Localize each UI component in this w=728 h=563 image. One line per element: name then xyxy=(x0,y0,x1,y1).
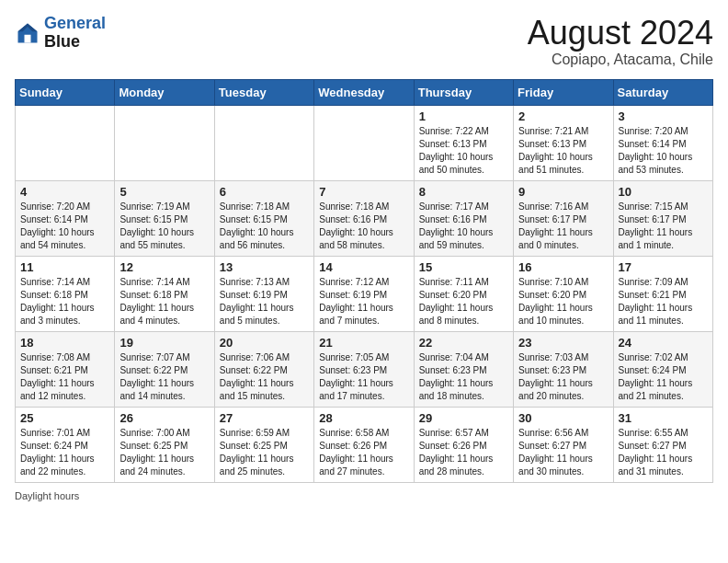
page-header: General Blue August 2024 Copiapo, Atacam… xyxy=(15,15,713,68)
day-number: 19 xyxy=(119,336,209,350)
day-number: 5 xyxy=(119,185,209,199)
calendar-cell: 19Sunrise: 7:07 AM Sunset: 6:22 PM Dayli… xyxy=(115,331,214,407)
svg-rect-2 xyxy=(25,35,31,43)
calendar-cell: 3Sunrise: 7:20 AM Sunset: 6:14 PM Daylig… xyxy=(613,105,712,180)
day-info: Sunrise: 7:10 AM Sunset: 6:20 PM Dayligh… xyxy=(518,276,608,327)
calendar-cell: 21Sunrise: 7:05 AM Sunset: 6:23 PM Dayli… xyxy=(314,331,414,407)
day-number: 13 xyxy=(220,260,309,274)
calendar-cell: 6Sunrise: 7:18 AM Sunset: 6:15 PM Daylig… xyxy=(214,180,313,256)
calendar-cell: 27Sunrise: 6:59 AM Sunset: 6:25 PM Dayli… xyxy=(214,407,313,482)
day-info: Sunrise: 6:57 AM Sunset: 6:26 PM Dayligh… xyxy=(419,427,508,478)
day-number: 26 xyxy=(119,411,209,425)
calendar-title: August 2024 xyxy=(528,15,713,52)
day-number: 18 xyxy=(20,336,109,350)
day-info: Sunrise: 7:17 AM Sunset: 6:16 PM Dayligh… xyxy=(419,201,508,252)
day-number: 14 xyxy=(319,260,408,274)
day-info: Sunrise: 6:55 AM Sunset: 6:27 PM Dayligh… xyxy=(619,427,708,478)
calendar-cell: 11Sunrise: 7:14 AM Sunset: 6:18 PM Dayli… xyxy=(16,256,115,331)
day-info: Sunrise: 7:12 AM Sunset: 6:19 PM Dayligh… xyxy=(319,276,408,327)
day-number: 20 xyxy=(220,336,309,350)
calendar-cell: 7Sunrise: 7:18 AM Sunset: 6:16 PM Daylig… xyxy=(314,180,414,256)
day-info: Sunrise: 7:11 AM Sunset: 6:20 PM Dayligh… xyxy=(419,276,508,327)
logo-icon xyxy=(15,20,40,46)
day-number: 27 xyxy=(220,411,309,425)
calendar-cell: 25Sunrise: 7:01 AM Sunset: 6:24 PM Dayli… xyxy=(16,407,115,482)
calendar-cell: 8Sunrise: 7:17 AM Sunset: 6:16 PM Daylig… xyxy=(414,180,513,256)
logo-text: General Blue xyxy=(44,15,106,52)
day-number: 3 xyxy=(619,109,708,123)
day-info: Sunrise: 7:16 AM Sunset: 6:17 PM Dayligh… xyxy=(518,201,608,252)
calendar-week-5: 25Sunrise: 7:01 AM Sunset: 6:24 PM Dayli… xyxy=(16,407,713,482)
day-info: Sunrise: 6:59 AM Sunset: 6:25 PM Dayligh… xyxy=(220,427,309,478)
calendar-cell xyxy=(16,105,115,180)
day-number: 25 xyxy=(20,411,109,425)
day-number: 30 xyxy=(518,411,608,425)
day-info: Sunrise: 7:18 AM Sunset: 6:15 PM Dayligh… xyxy=(220,201,309,252)
calendar-cell: 26Sunrise: 7:00 AM Sunset: 6:25 PM Dayli… xyxy=(115,407,214,482)
calendar-cell: 4Sunrise: 7:20 AM Sunset: 6:14 PM Daylig… xyxy=(16,180,115,256)
weekday-header-friday: Friday xyxy=(514,79,613,105)
calendar-header-row: SundayMondayTuesdayWednesdayThursdayFrid… xyxy=(16,79,713,105)
day-number: 17 xyxy=(619,260,708,274)
day-number: 23 xyxy=(518,336,608,350)
calendar-cell: 9Sunrise: 7:16 AM Sunset: 6:17 PM Daylig… xyxy=(514,180,613,256)
calendar-cell: 16Sunrise: 7:10 AM Sunset: 6:20 PM Dayli… xyxy=(514,256,613,331)
day-info: Sunrise: 7:02 AM Sunset: 6:24 PM Dayligh… xyxy=(619,351,708,403)
day-info: Sunrise: 7:06 AM Sunset: 6:22 PM Dayligh… xyxy=(220,351,309,403)
weekday-header-monday: Monday xyxy=(115,79,214,105)
calendar-cell xyxy=(214,105,313,180)
calendar-cell xyxy=(115,105,214,180)
day-info: Sunrise: 7:13 AM Sunset: 6:19 PM Dayligh… xyxy=(220,276,309,327)
footer: Daylight hours xyxy=(15,490,713,501)
day-info: Sunrise: 7:20 AM Sunset: 6:14 PM Dayligh… xyxy=(20,201,109,252)
calendar-cell: 18Sunrise: 7:08 AM Sunset: 6:21 PM Dayli… xyxy=(16,331,115,407)
day-number: 28 xyxy=(319,411,408,425)
day-info: Sunrise: 7:15 AM Sunset: 6:17 PM Dayligh… xyxy=(619,201,708,252)
day-info: Sunrise: 7:03 AM Sunset: 6:23 PM Dayligh… xyxy=(518,351,608,403)
weekday-header-tuesday: Tuesday xyxy=(214,79,313,105)
day-info: Sunrise: 7:18 AM Sunset: 6:16 PM Dayligh… xyxy=(319,201,408,252)
day-info: Sunrise: 7:00 AM Sunset: 6:25 PM Dayligh… xyxy=(119,427,209,478)
calendar-cell xyxy=(314,105,414,180)
day-info: Sunrise: 7:19 AM Sunset: 6:15 PM Dayligh… xyxy=(119,201,209,252)
day-number: 1 xyxy=(419,109,508,123)
calendar-cell: 17Sunrise: 7:09 AM Sunset: 6:21 PM Dayli… xyxy=(613,256,712,331)
calendar-cell: 1Sunrise: 7:22 AM Sunset: 6:13 PM Daylig… xyxy=(414,105,513,180)
day-number: 15 xyxy=(419,260,508,274)
day-number: 24 xyxy=(619,336,708,350)
day-number: 29 xyxy=(419,411,508,425)
calendar-cell: 24Sunrise: 7:02 AM Sunset: 6:24 PM Dayli… xyxy=(613,331,712,407)
day-number: 21 xyxy=(319,336,408,350)
calendar-cell: 14Sunrise: 7:12 AM Sunset: 6:19 PM Dayli… xyxy=(314,256,414,331)
calendar-cell: 15Sunrise: 7:11 AM Sunset: 6:20 PM Dayli… xyxy=(414,256,513,331)
weekday-header-wednesday: Wednesday xyxy=(314,79,414,105)
calendar-cell: 10Sunrise: 7:15 AM Sunset: 6:17 PM Dayli… xyxy=(613,180,712,256)
calendar-cell: 31Sunrise: 6:55 AM Sunset: 6:27 PM Dayli… xyxy=(613,407,712,482)
day-info: Sunrise: 6:56 AM Sunset: 6:27 PM Dayligh… xyxy=(518,427,608,478)
calendar-subtitle: Copiapo, Atacama, Chile xyxy=(528,52,713,68)
day-number: 12 xyxy=(119,260,209,274)
day-info: Sunrise: 7:05 AM Sunset: 6:23 PM Dayligh… xyxy=(319,351,408,403)
calendar-cell: 30Sunrise: 6:56 AM Sunset: 6:27 PM Dayli… xyxy=(514,407,613,482)
day-info: Sunrise: 7:14 AM Sunset: 6:18 PM Dayligh… xyxy=(119,276,209,327)
day-number: 16 xyxy=(518,260,608,274)
calendar-week-1: 1Sunrise: 7:22 AM Sunset: 6:13 PM Daylig… xyxy=(16,105,713,180)
calendar-table: SundayMondayTuesdayWednesdayThursdayFrid… xyxy=(15,79,713,483)
day-info: Sunrise: 7:01 AM Sunset: 6:24 PM Dayligh… xyxy=(20,427,109,478)
weekday-header-sunday: Sunday xyxy=(16,79,115,105)
calendar-week-2: 4Sunrise: 7:20 AM Sunset: 6:14 PM Daylig… xyxy=(16,180,713,256)
day-number: 7 xyxy=(319,185,408,199)
calendar-cell: 2Sunrise: 7:21 AM Sunset: 6:13 PM Daylig… xyxy=(514,105,613,180)
day-number: 10 xyxy=(619,185,708,199)
day-info: Sunrise: 7:20 AM Sunset: 6:14 PM Dayligh… xyxy=(619,125,708,177)
day-number: 9 xyxy=(518,185,608,199)
day-info: Sunrise: 7:04 AM Sunset: 6:23 PM Dayligh… xyxy=(419,351,508,403)
logo: General Blue xyxy=(15,15,106,52)
calendar-cell: 13Sunrise: 7:13 AM Sunset: 6:19 PM Dayli… xyxy=(214,256,313,331)
day-info: Sunrise: 7:07 AM Sunset: 6:22 PM Dayligh… xyxy=(119,351,209,403)
day-number: 31 xyxy=(619,411,708,425)
day-number: 4 xyxy=(20,185,109,199)
calendar-cell: 28Sunrise: 6:58 AM Sunset: 6:26 PM Dayli… xyxy=(314,407,414,482)
day-info: Sunrise: 7:22 AM Sunset: 6:13 PM Dayligh… xyxy=(419,125,508,177)
calendar-cell: 12Sunrise: 7:14 AM Sunset: 6:18 PM Dayli… xyxy=(115,256,214,331)
